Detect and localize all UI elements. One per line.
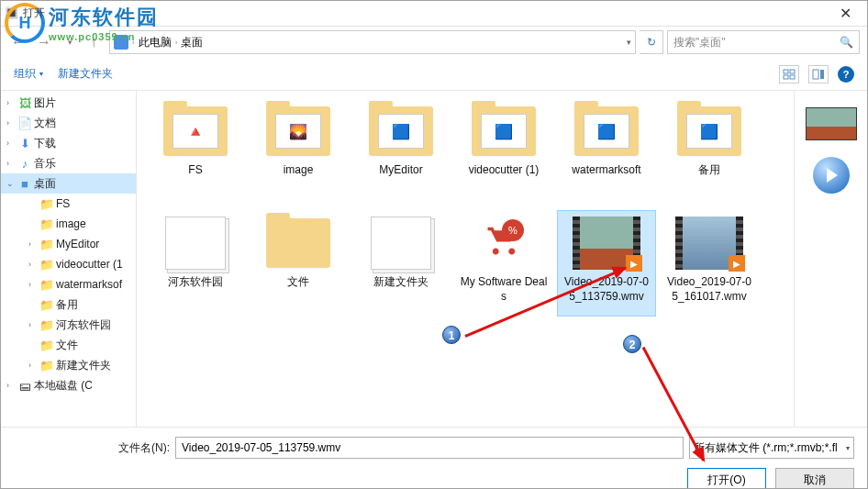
path-breadcrumb[interactable]: › 此电脑 › 桌面 ▾ [109,30,636,54]
sidebar-item[interactable]: ⌄■桌面 [1,173,136,194]
chevron-icon: › [28,280,38,289]
tree-icon: 📁 [39,217,54,231]
document-icon [371,217,431,270]
sidebar-item[interactable]: ›📁河东软件园 [1,315,136,335]
sidebar-item[interactable]: ›📄文档 [1,113,136,133]
preview-pane [794,91,867,427]
open-button[interactable]: 打开(O) [687,468,766,489]
folder-icon [266,218,330,268]
close-button[interactable]: ✕ [827,5,863,22]
path-segment[interactable]: 桌面 [181,35,203,50]
sidebar-item[interactable]: ›📁新建文件夹 [1,355,136,375]
folder-icon: 🟦 [677,106,741,156]
annotation-badge-2: 2 [623,335,641,353]
svg-rect-5 [820,70,824,79]
sidebar-item[interactable]: ›🖼图片 [1,93,136,113]
pc-icon [114,35,128,50]
sidebar-item[interactable]: ›📁watermarksof [1,274,136,295]
sidebar-item[interactable]: 📁备用 [1,295,136,315]
file-item[interactable]: 🔺FS [146,98,245,205]
sidebar-item[interactable]: ›🖴本地磁盘 (C [1,375,136,395]
nav-history-dropdown[interactable]: ▾ [60,32,80,52]
filename-input[interactable] [175,437,684,459]
tree-label: MyEditor [56,238,99,250]
file-label: FS [188,163,202,178]
file-label: Video_2019-07-05_161017.wmv [664,275,754,304]
folder-icon: 🌄 [266,106,330,156]
search-input[interactable]: 搜索"桌面" 🔍 [667,30,860,54]
sidebar-item[interactable]: 📁FS [1,194,136,214]
new-folder-button[interactable]: 新建文件夹 [58,66,113,82]
cart-icon: % [480,219,528,267]
sidebar-item[interactable]: ›📁videocutter (1 [1,254,136,274]
file-label: watermarksoft [572,163,640,178]
sidebar-item[interactable]: ›📁MyEditor [1,234,136,254]
chevron-right-icon: › [175,39,178,47]
nav-bar: ← → ▾ ↑ › 此电脑 › 桌面 ▾ ↻ 搜索"桌面" 🔍 [1,27,867,58]
sidebar-item[interactable]: ›⬇下载 [1,133,136,153]
tree-icon: 📁 [39,196,54,211]
tree-icon: 📁 [39,317,54,332]
file-item[interactable]: ▶Video_2019-07-05_161017.wmv [660,210,759,317]
file-item[interactable]: 新建文件夹 [351,210,451,317]
file-item[interactable]: %My Software Deals [454,210,553,317]
chevron-icon: › [6,381,16,390]
window-title: 打开 [23,6,45,21]
tree-icon: 📁 [39,257,54,272]
path-segment[interactable]: 此电脑 [139,35,172,50]
chevron-icon: › [6,98,16,107]
chevron-icon: › [28,239,38,249]
file-label: 新建文件夹 [373,275,428,290]
tree-label: 桌面 [34,176,56,192]
view-preview-button[interactable] [808,65,829,83]
tree-icon: 📁 [39,277,54,292]
tree-label: watermarksof [56,278,122,291]
nav-forward-button: → [34,32,54,52]
file-item[interactable]: 河东软件园 [146,210,245,317]
title-bar: 🔳 打开 ✕ [1,1,867,27]
tree-label: 音乐 [34,156,56,172]
view-icons-button[interactable] [779,65,799,83]
tree-icon: 📁 [39,358,54,372]
file-item[interactable]: 🟦MyEditor [351,98,451,205]
chevron-down-icon: ▾ [846,444,850,452]
file-label: 河东软件园 [168,275,223,290]
svg-rect-4 [813,70,818,79]
file-label: 文件 [287,275,309,290]
file-item[interactable]: 🟦videocutter (1) [454,98,553,205]
svg-rect-2 [784,75,788,79]
folder-icon: 🔺 [163,106,228,156]
file-item[interactable]: 文件 [249,210,348,317]
chevron-icon: › [6,159,16,168]
sidebar-item[interactable]: 📁image [1,214,136,234]
refresh-button[interactable]: ↻ [640,30,663,54]
search-icon: 🔍 [840,36,853,49]
tree-icon: 📁 [39,338,54,352]
file-item[interactable]: ▶Video_2019-07-05_113759.wmv [557,210,656,317]
tree-label: 新建文件夹 [56,358,111,373]
file-item[interactable]: 🟦备用 [660,98,759,205]
help-button[interactable]: ? [838,66,854,83]
toolbar: 组织 ▾ 新建文件夹 ? [1,58,867,91]
cancel-button[interactable]: 取消 [775,468,854,489]
document-icon [165,217,226,270]
sidebar-item[interactable]: 📁文件 [1,335,136,355]
tree-icon: 🖼 [17,95,32,110]
organize-menu[interactable]: 组织 ▾ [14,66,43,82]
filetype-filter[interactable]: 所有媒体文件 (*.rm;*.rmvb;*.fl ▾ [689,437,854,459]
nav-up-button[interactable]: ↑ [85,32,102,52]
nav-back-button[interactable]: ← [8,32,28,52]
chevron-down-icon[interactable]: ▾ [627,38,631,47]
tree-icon: 🖴 [17,378,32,393]
tree-label: 本地磁盘 (C [34,378,93,394]
chevron-icon: › [6,139,16,148]
sidebar-item[interactable]: ›♪音乐 [1,153,136,173]
chevron-icon: › [6,118,16,128]
file-item[interactable]: 🌄image [249,98,348,205]
play-icon[interactable] [813,157,850,194]
annotation-badge-1: 1 [442,326,461,344]
file-grid: 1 2 🔺FS🌄image🟦MyEditor🟦videocutter (1)🟦w… [137,91,794,427]
file-item[interactable]: 🟦watermarksoft [557,98,656,205]
tree-label: 备用 [56,297,78,313]
preview-thumbnail [806,107,857,140]
